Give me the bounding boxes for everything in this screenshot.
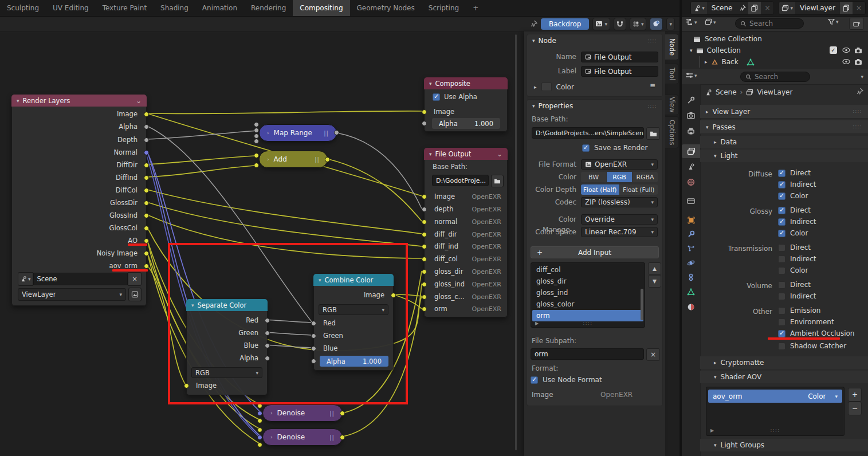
pass-diffuse-direct[interactable]: Direct bbox=[778, 169, 811, 177]
expand-icon[interactable]: ▶ bbox=[535, 321, 539, 326]
pass-other-ambient-occlusion[interactable]: Ambient Occlusion bbox=[778, 329, 854, 337]
socket[interactable] bbox=[144, 264, 149, 269]
pass-transmission-indirect[interactable]: Indirect bbox=[778, 255, 816, 263]
list-scrollbar[interactable] bbox=[641, 289, 643, 320]
pass-diffuse-indirect[interactable]: Indirect bbox=[778, 180, 816, 188]
expand-icon[interactable]: › bbox=[267, 156, 269, 162]
new-scene-button[interactable] bbox=[748, 2, 761, 14]
socket[interactable] bbox=[422, 232, 427, 237]
socket[interactable] bbox=[257, 427, 262, 433]
tab-tool[interactable] bbox=[682, 93, 700, 107]
tab-object[interactable] bbox=[682, 213, 700, 227]
aov-add-button[interactable]: + bbox=[848, 388, 862, 402]
sidebar-tab-options[interactable]: Options bbox=[665, 116, 679, 148]
outliner-item-back[interactable]: ▸ Back bbox=[682, 56, 868, 68]
socket[interactable] bbox=[144, 213, 149, 218]
tab-compositing[interactable]: Compositing bbox=[293, 0, 349, 16]
properties-search[interactable]: Search bbox=[740, 72, 810, 82]
socket[interactable] bbox=[422, 282, 427, 287]
subpanel-data[interactable]: ▸ Data bbox=[700, 136, 868, 148]
tab-view-layer[interactable] bbox=[682, 144, 700, 158]
list-icon[interactable]: ≡ bbox=[650, 81, 655, 89]
tab-render[interactable] bbox=[682, 109, 700, 123]
list-item[interactable]: gloss_color bbox=[532, 298, 643, 310]
pin-icon[interactable] bbox=[737, 2, 748, 14]
socket[interactable] bbox=[254, 139, 259, 144]
socket[interactable] bbox=[422, 257, 427, 262]
sidebar-tab-tool[interactable]: Tool bbox=[665, 64, 679, 84]
display-mode-dropdown[interactable]: ▾ bbox=[685, 18, 697, 26]
socket[interactable] bbox=[144, 238, 149, 243]
tab-rendering[interactable]: Rendering bbox=[244, 0, 293, 16]
socket[interactable] bbox=[144, 201, 149, 206]
breadcrumb-viewlayer[interactable]: ViewLayer bbox=[757, 88, 792, 96]
expand-icon[interactable]: › bbox=[270, 434, 273, 440]
tab-texture-paint[interactable]: Texture Paint bbox=[96, 0, 154, 16]
socket[interactable] bbox=[422, 269, 427, 274]
socket[interactable] bbox=[144, 226, 149, 231]
checkbox-icon[interactable] bbox=[433, 93, 440, 101]
alpha-slider[interactable]: Alpha 1.000 bbox=[432, 118, 500, 129]
viewlayer-field[interactable]: ViewLayer▾ bbox=[18, 288, 142, 301]
pass-other-environment[interactable]: Environment bbox=[778, 318, 834, 326]
socket[interactable] bbox=[422, 109, 427, 115]
socket[interactable] bbox=[340, 411, 345, 416]
pass-glossy-color[interactable]: Color bbox=[778, 229, 808, 237]
tab-world[interactable] bbox=[682, 175, 700, 189]
tab-particles[interactable] bbox=[682, 242, 700, 255]
expand-icon[interactable]: ▸ bbox=[534, 84, 537, 90]
subpanel-light-groups[interactable]: ▾ Light Groups bbox=[700, 439, 868, 451]
tab-modifiers[interactable] bbox=[682, 227, 700, 241]
color-rgba-button[interactable]: RGBA bbox=[633, 172, 658, 182]
tab-physics[interactable] bbox=[682, 256, 700, 270]
panel-passes[interactable]: ▾ Passes :::: bbox=[700, 120, 868, 134]
backdrop-button[interactable]: Backdrop bbox=[541, 18, 589, 30]
collapse-icon[interactable]: ▾ bbox=[690, 48, 693, 53]
pass-volume-indirect[interactable]: Indirect bbox=[778, 292, 816, 300]
pass-glossy-direct[interactable]: Direct bbox=[778, 206, 811, 214]
tab-animation[interactable]: Animation bbox=[195, 0, 244, 16]
list-grip-icon[interactable]: :::: bbox=[583, 321, 593, 326]
subpanel-shader-aov[interactable]: ▾ Shader AOV bbox=[700, 371, 868, 383]
snap-target-dropdown[interactable]: ▾ bbox=[630, 18, 647, 30]
use-alpha-checkbox[interactable]: Use Alpha bbox=[433, 93, 477, 101]
backdrop-image-dropdown[interactable]: ▾ bbox=[592, 18, 610, 30]
node-label-field[interactable]: File Output bbox=[581, 66, 658, 77]
socket[interactable] bbox=[144, 188, 149, 193]
socket[interactable] bbox=[257, 411, 262, 416]
socket[interactable] bbox=[144, 112, 149, 117]
panel-grip-icon[interactable]: :::: bbox=[647, 38, 657, 44]
use-node-format-checkbox[interactable]: Use Node Format bbox=[531, 376, 602, 384]
pin-icon[interactable] bbox=[530, 20, 537, 27]
filter-id-dropdown[interactable]: ▾ bbox=[705, 18, 716, 26]
denoise-node-2[interactable]: › Denoise || bbox=[262, 429, 343, 446]
color-swatch[interactable] bbox=[541, 82, 552, 91]
list-grip-icon[interactable]: :::: bbox=[771, 428, 780, 433]
chevron-down-icon[interactable]: ▾ bbox=[861, 74, 863, 80]
list-item[interactable]: diff_col bbox=[532, 264, 643, 276]
tab-output[interactable] bbox=[682, 124, 700, 138]
list-item[interactable]: gloss_ind bbox=[532, 287, 643, 298]
base-path-field[interactable]: D:\GodotProjects...ers\SimpleScene\ bbox=[532, 127, 644, 139]
tab-shading[interactable]: Shading bbox=[154, 0, 195, 16]
file-output-node[interactable]: ▾ File Output ⌄ Base Path: D:\GodotProje… bbox=[424, 148, 508, 317]
sidebar-tab-node[interactable]: Node bbox=[665, 34, 679, 60]
pass-diffuse-color[interactable]: Color bbox=[778, 192, 808, 200]
pass-other-emission[interactable]: Emission bbox=[778, 306, 820, 315]
exclude-checkbox[interactable]: ✓ bbox=[830, 46, 837, 54]
socket[interactable] bbox=[422, 207, 427, 212]
socket[interactable] bbox=[422, 121, 427, 126]
socket[interactable] bbox=[340, 435, 345, 440]
node-name-field[interactable]: File Output bbox=[581, 52, 658, 62]
color-management-dropdown[interactable]: Override▾ bbox=[581, 214, 658, 225]
socket[interactable] bbox=[144, 137, 149, 143]
clear-subpath-button[interactable]: × bbox=[646, 348, 660, 361]
render-layers-node[interactable]: ▾ Render Layers ⌄ Image Alpha Depth Norm… bbox=[11, 95, 147, 306]
pass-volume-direct[interactable]: Direct bbox=[778, 281, 811, 289]
pin-icon[interactable] bbox=[856, 88, 863, 95]
breadcrumb-scene[interactable]: Scene bbox=[716, 88, 737, 96]
new-collection-button[interactable] bbox=[849, 18, 864, 30]
add-input-button[interactable]: + Add Input bbox=[531, 246, 659, 258]
socket[interactable] bbox=[254, 122, 259, 127]
tab-sculpting[interactable]: Sculpting bbox=[0, 0, 46, 16]
